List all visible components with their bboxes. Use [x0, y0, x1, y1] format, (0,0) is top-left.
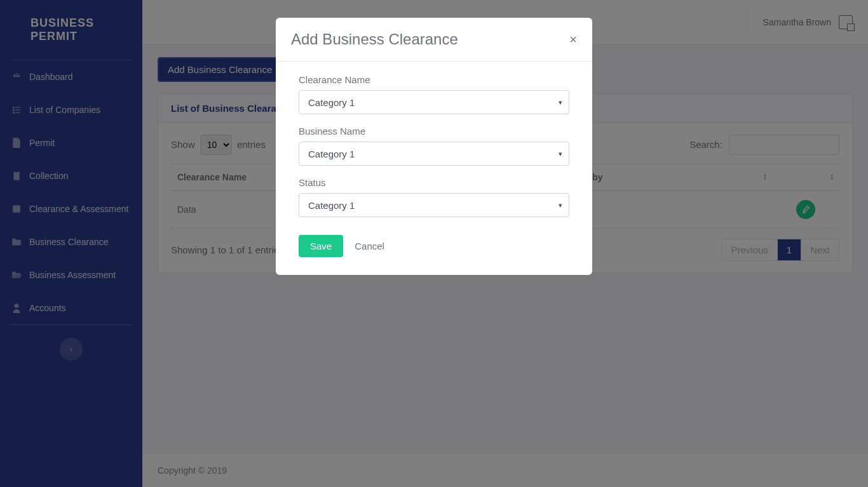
- business-name-label: Business Name: [299, 126, 569, 137]
- status-label: Status: [299, 177, 569, 188]
- select-value: Category 1: [308, 97, 355, 108]
- modal-title: Add Business Clearance: [291, 30, 458, 48]
- save-button[interactable]: Save: [299, 235, 343, 257]
- select-value: Category 1: [308, 149, 355, 159]
- business-name-select[interactable]: Category 1: [299, 142, 569, 166]
- status-select[interactable]: Category 1: [299, 193, 569, 217]
- add-clearance-modal: Add Business Clearance × Clearance Name …: [276, 18, 592, 275]
- clearance-name-select[interactable]: Category 1: [299, 90, 569, 114]
- cancel-button[interactable]: Cancel: [355, 241, 384, 251]
- clearance-name-label: Clearance Name: [299, 74, 569, 85]
- modal-overlay[interactable]: Add Business Clearance × Clearance Name …: [0, 0, 868, 487]
- close-icon: ×: [569, 32, 577, 46]
- modal-close-button[interactable]: ×: [569, 33, 577, 46]
- select-value: Category 1: [308, 200, 355, 211]
